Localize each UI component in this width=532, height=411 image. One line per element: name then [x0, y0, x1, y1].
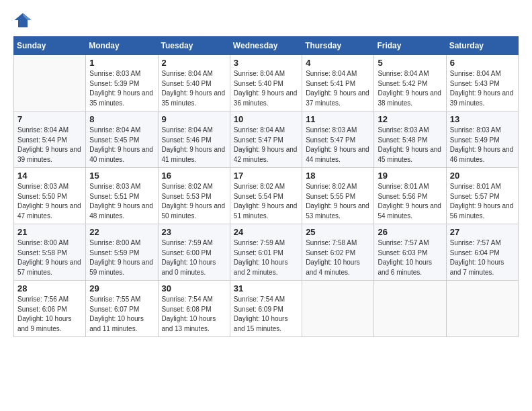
day-number: 14: [17, 171, 82, 181]
day-cell: 4Sunrise: 8:04 AMSunset: 5:41 PMDaylight…: [302, 55, 374, 111]
day-cell: 3Sunrise: 8:04 AMSunset: 5:40 PMDaylight…: [230, 55, 302, 111]
day-cell: [374, 281, 446, 337]
day-cell: 29Sunrise: 7:55 AMSunset: 6:07 PMDayligh…: [86, 281, 158, 337]
logo: [13, 11, 34, 30]
day-cell: 14Sunrise: 8:03 AMSunset: 5:50 PMDayligh…: [14, 168, 86, 224]
week-row-5: 28Sunrise: 7:56 AMSunset: 6:06 PMDayligh…: [14, 281, 519, 337]
header: [13, 11, 519, 30]
day-cell: 19Sunrise: 8:01 AMSunset: 5:56 PMDayligh…: [374, 168, 446, 224]
day-cell: [302, 281, 374, 337]
day-info: Sunrise: 7:59 AMSunset: 6:00 PMDaylight:…: [162, 238, 226, 277]
weekday-header-row: SundayMondayTuesdayWednesdayThursdayFrid…: [14, 37, 519, 55]
day-number: 2: [162, 58, 226, 68]
day-cell: 6Sunrise: 8:04 AMSunset: 5:43 PMDaylight…: [446, 55, 518, 111]
day-cell: 7Sunrise: 8:04 AMSunset: 5:44 PMDaylight…: [14, 111, 86, 168]
day-cell: [446, 281, 518, 337]
day-number: 30: [162, 283, 226, 293]
week-row-1: 1Sunrise: 8:03 AMSunset: 5:39 PMDaylight…: [14, 55, 519, 111]
day-number: 5: [378, 58, 442, 68]
day-cell: 2Sunrise: 8:04 AMSunset: 5:40 PMDaylight…: [158, 55, 230, 111]
day-info: Sunrise: 8:04 AMSunset: 5:47 PMDaylight:…: [234, 126, 298, 165]
weekday-header-tuesday: Tuesday: [158, 37, 230, 55]
day-cell: 31Sunrise: 7:54 AMSunset: 6:09 PMDayligh…: [230, 281, 302, 337]
day-number: 18: [306, 171, 370, 181]
day-info: Sunrise: 8:04 AMSunset: 5:41 PMDaylight:…: [306, 69, 370, 108]
day-info: Sunrise: 8:00 AMSunset: 5:59 PMDaylight:…: [89, 238, 154, 277]
day-info: Sunrise: 8:03 AMSunset: 5:50 PMDaylight:…: [17, 182, 82, 221]
day-info: Sunrise: 7:56 AMSunset: 6:06 PMDaylight:…: [17, 295, 82, 334]
day-number: 11: [306, 114, 370, 124]
day-info: Sunrise: 8:04 AMSunset: 5:46 PMDaylight:…: [162, 126, 226, 165]
calendar-page: SundayMondayTuesdayWednesdayThursdayFrid…: [0, 0, 532, 348]
day-info: Sunrise: 8:04 AMSunset: 5:44 PMDaylight:…: [17, 126, 82, 165]
day-info: Sunrise: 8:02 AMSunset: 5:55 PMDaylight:…: [306, 182, 370, 221]
day-info: Sunrise: 7:58 AMSunset: 6:02 PMDaylight:…: [306, 238, 370, 277]
day-cell: 13Sunrise: 8:03 AMSunset: 5:49 PMDayligh…: [446, 111, 518, 168]
day-info: Sunrise: 8:04 AMSunset: 5:40 PMDaylight:…: [234, 69, 298, 108]
day-number: 28: [17, 283, 82, 293]
day-number: 24: [234, 227, 298, 237]
day-cell: 28Sunrise: 7:56 AMSunset: 6:06 PMDayligh…: [14, 281, 86, 337]
day-number: 19: [378, 171, 442, 181]
day-number: 13: [450, 114, 515, 124]
day-cell: 1Sunrise: 8:03 AMSunset: 5:39 PMDaylight…: [86, 55, 158, 111]
day-cell: 8Sunrise: 8:04 AMSunset: 5:45 PMDaylight…: [86, 111, 158, 168]
day-number: 25: [306, 227, 370, 237]
day-cell: 5Sunrise: 8:04 AMSunset: 5:42 PMDaylight…: [374, 55, 446, 111]
day-info: Sunrise: 7:57 AMSunset: 6:04 PMDaylight:…: [450, 238, 515, 277]
day-info: Sunrise: 8:02 AMSunset: 5:54 PMDaylight:…: [234, 182, 298, 221]
day-cell: [14, 55, 86, 111]
day-cell: 26Sunrise: 7:57 AMSunset: 6:03 PMDayligh…: [374, 224, 446, 281]
day-info: Sunrise: 8:03 AMSunset: 5:39 PMDaylight:…: [89, 69, 154, 108]
day-info: Sunrise: 7:57 AMSunset: 6:03 PMDaylight:…: [378, 238, 442, 277]
day-info: Sunrise: 8:03 AMSunset: 5:48 PMDaylight:…: [378, 126, 442, 165]
day-cell: 27Sunrise: 7:57 AMSunset: 6:04 PMDayligh…: [446, 224, 518, 281]
day-info: Sunrise: 7:54 AMSunset: 6:09 PMDaylight:…: [234, 295, 298, 334]
day-cell: 21Sunrise: 8:00 AMSunset: 5:58 PMDayligh…: [14, 224, 86, 281]
day-number: 15: [89, 171, 154, 181]
weekday-header-wednesday: Wednesday: [230, 37, 302, 55]
day-cell: 16Sunrise: 8:02 AMSunset: 5:53 PMDayligh…: [158, 168, 230, 224]
day-cell: 23Sunrise: 7:59 AMSunset: 6:00 PMDayligh…: [158, 224, 230, 281]
day-number: 17: [234, 171, 298, 181]
day-info: Sunrise: 8:04 AMSunset: 5:40 PMDaylight:…: [162, 69, 226, 108]
day-number: 10: [234, 114, 298, 124]
day-cell: 15Sunrise: 8:03 AMSunset: 5:51 PMDayligh…: [86, 168, 158, 224]
day-cell: 18Sunrise: 8:02 AMSunset: 5:55 PMDayligh…: [302, 168, 374, 224]
day-number: 8: [89, 114, 154, 124]
day-cell: 12Sunrise: 8:03 AMSunset: 5:48 PMDayligh…: [374, 111, 446, 168]
day-info: Sunrise: 8:03 AMSunset: 5:47 PMDaylight:…: [306, 126, 370, 165]
day-cell: 17Sunrise: 8:02 AMSunset: 5:54 PMDayligh…: [230, 168, 302, 224]
day-cell: 9Sunrise: 8:04 AMSunset: 5:46 PMDaylight…: [158, 111, 230, 168]
day-number: 31: [234, 283, 298, 293]
logo-icon: [13, 11, 32, 30]
day-cell: 10Sunrise: 8:04 AMSunset: 5:47 PMDayligh…: [230, 111, 302, 168]
day-info: Sunrise: 7:59 AMSunset: 6:01 PMDaylight:…: [234, 238, 298, 277]
day-number: 21: [17, 227, 82, 237]
week-row-2: 7Sunrise: 8:04 AMSunset: 5:44 PMDaylight…: [14, 111, 519, 168]
weekday-header-saturday: Saturday: [446, 37, 518, 55]
weekday-header-friday: Friday: [374, 37, 446, 55]
week-row-3: 14Sunrise: 8:03 AMSunset: 5:50 PMDayligh…: [14, 168, 519, 224]
day-info: Sunrise: 8:02 AMSunset: 5:53 PMDaylight:…: [162, 182, 226, 221]
day-number: 16: [162, 171, 226, 181]
day-number: 12: [378, 114, 442, 124]
week-row-4: 21Sunrise: 8:00 AMSunset: 5:58 PMDayligh…: [14, 224, 519, 281]
weekday-header-sunday: Sunday: [14, 37, 86, 55]
day-number: 7: [17, 114, 82, 124]
day-info: Sunrise: 7:55 AMSunset: 6:07 PMDaylight:…: [89, 295, 154, 334]
day-cell: 20Sunrise: 8:01 AMSunset: 5:57 PMDayligh…: [446, 168, 518, 224]
day-info: Sunrise: 7:54 AMSunset: 6:08 PMDaylight:…: [162, 295, 226, 334]
day-cell: 11Sunrise: 8:03 AMSunset: 5:47 PMDayligh…: [302, 111, 374, 168]
day-info: Sunrise: 8:04 AMSunset: 5:43 PMDaylight:…: [450, 69, 515, 108]
day-number: 3: [234, 58, 298, 68]
day-cell: 22Sunrise: 8:00 AMSunset: 5:59 PMDayligh…: [86, 224, 158, 281]
day-number: 4: [306, 58, 370, 68]
day-number: 22: [89, 227, 154, 237]
day-info: Sunrise: 8:04 AMSunset: 5:45 PMDaylight:…: [89, 126, 154, 165]
day-number: 9: [162, 114, 226, 124]
day-number: 1: [89, 58, 154, 68]
day-number: 26: [378, 227, 442, 237]
day-info: Sunrise: 8:01 AMSunset: 5:56 PMDaylight:…: [378, 182, 442, 221]
day-info: Sunrise: 8:04 AMSunset: 5:42 PMDaylight:…: [378, 69, 442, 108]
